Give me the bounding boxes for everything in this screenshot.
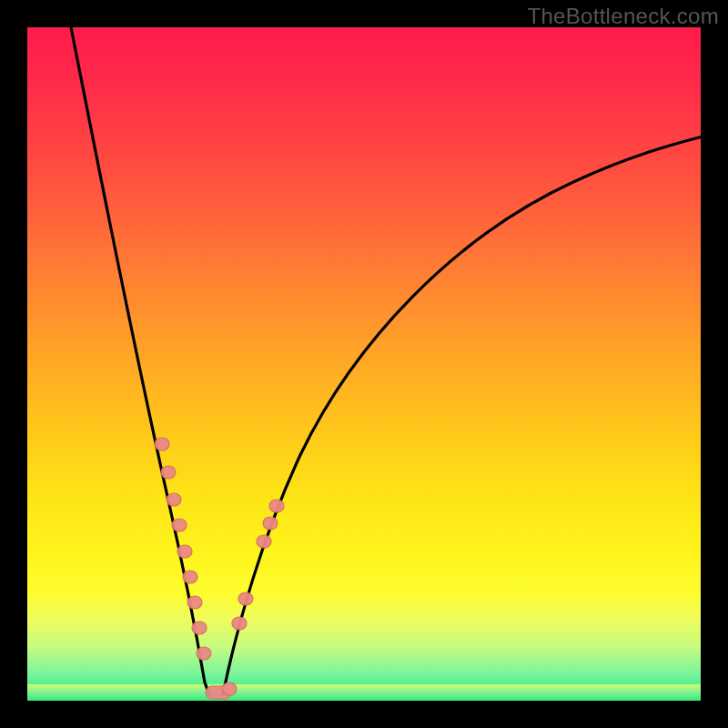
marker-left-6 [183, 571, 197, 583]
marker-left-8 [192, 622, 207, 634]
chart-canvas: TheBottleneck.com [0, 0, 728, 728]
right-curve [223, 135, 701, 694]
marker-left-5 [177, 545, 192, 558]
marker-left-4 [172, 519, 187, 531]
trough-end [222, 682, 237, 695]
marker-right-5 [269, 500, 284, 512]
marker-left-7 [187, 596, 202, 609]
marker-right-3 [257, 535, 271, 548]
marker-right-2 [238, 592, 253, 605]
left-curve [69, 27, 209, 694]
marker-left-1 [155, 438, 169, 450]
marker-left-3 [167, 493, 181, 506]
marker-left-9 [197, 647, 211, 660]
marker-right-4 [263, 517, 278, 530]
marker-right-1 [232, 617, 247, 630]
attribution-text: TheBottleneck.com [527, 4, 719, 29]
plot-area [27, 27, 701, 701]
marker-left-2 [161, 466, 176, 479]
markers-left [155, 438, 211, 660]
curve-layer [27, 27, 701, 701]
